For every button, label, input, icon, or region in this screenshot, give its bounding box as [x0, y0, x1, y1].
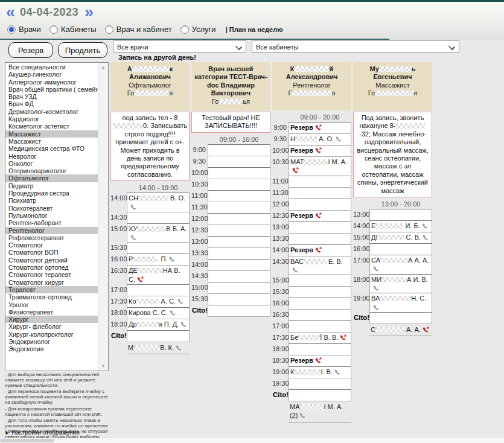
schedule-cell[interactable]	[208, 282, 270, 294]
schedule-cell[interactable]	[208, 190, 270, 202]
specialty-item[interactable]: Стоматолог ортопед	[5, 264, 98, 271]
specialty-item[interactable]: Врач ФД	[5, 100, 98, 107]
specialty-item[interactable]: Процедурная сестра	[5, 190, 98, 197]
specialty-item[interactable]: Рефлексотерапевт	[5, 234, 98, 241]
extend-button[interactable]: Продлить	[58, 42, 107, 58]
schedule-cell[interactable]: ВАС Е. В.	[289, 256, 351, 276]
listbox-scrollbar[interactable]: ▲ ▼	[98, 63, 108, 371]
specialty-item[interactable]: Стоматолог	[5, 241, 98, 249]
reserve-button[interactable]: Резерв	[8, 42, 53, 58]
schedule-cell[interactable]: Резерв	[289, 244, 351, 257]
specialty-item[interactable]: Врач УЗД	[5, 93, 98, 100]
cito-cell[interactable]	[289, 389, 351, 401]
schedule-cell[interactable]: ВАН. С.	[369, 293, 432, 313]
overflow-appointment[interactable]: С А. А.	[369, 324, 432, 336]
schedule-cell[interactable]	[208, 270, 270, 282]
schedule-cell[interactable]	[289, 275, 351, 287]
next-day-button[interactable]: »	[85, 4, 92, 21]
cito-cell[interactable]	[208, 305, 270, 317]
specialty-item[interactable]: Акушер-гинеколог	[5, 71, 98, 78]
specialty-item[interactable]: Стоматолог хирург	[5, 279, 98, 286]
schedule-cell[interactable]	[289, 286, 351, 298]
schedule-cell[interactable]: КІ. В.	[289, 366, 351, 378]
specialty-item[interactable]: Массажист	[5, 138, 98, 145]
specialty-item[interactable]: Пульмонолог	[5, 212, 98, 219]
schedule-cell[interactable]: Р. П.	[127, 253, 190, 266]
schedule-cell[interactable]	[289, 298, 351, 310]
specialty-item[interactable]: Косметолог-эстетист	[5, 123, 98, 130]
schedule-cell[interactable]	[208, 225, 270, 237]
schedule-cell[interactable]	[289, 222, 351, 234]
schedule-cell[interactable]	[289, 176, 351, 188]
schedule-cell[interactable]: Н А. О.	[289, 133, 351, 145]
specialty-item[interactable]: Медицинская сестра ФТО	[5, 145, 98, 152]
schedule-cell[interactable]	[208, 213, 270, 225]
specialty-item[interactable]: Дерматолог-косметолог	[5, 108, 98, 115]
schedule-cell[interactable]	[208, 293, 270, 305]
specialty-item[interactable]: Стоматолог детский	[5, 257, 98, 264]
schedule-cell[interactable]	[289, 320, 351, 333]
schedule-cell[interactable]: СН В. О.	[127, 193, 190, 212]
specialty-item[interactable]: Стоматолог терапевт	[5, 271, 98, 278]
horizontal-scrollbar[interactable]	[0, 438, 504, 443]
specialty-item[interactable]: Кардиолог	[5, 115, 98, 123]
specialty-item[interactable]: Онколог	[5, 160, 98, 167]
specialty-item[interactable]: Оториноларинголог	[5, 167, 98, 174]
schedule-cell[interactable]: Резерв	[289, 355, 351, 367]
cito-cell[interactable]	[127, 330, 190, 342]
mode-option-doctor-and-cabinet[interactable]: Врач и кабинет	[105, 25, 172, 34]
specialty-item[interactable]: Врач общей практики ( семейный	[5, 86, 98, 93]
schedule-cell[interactable]	[208, 259, 270, 271]
specialty-item[interactable]: Эндокринолог	[5, 338, 98, 345]
schedule-cell[interactable]	[127, 242, 190, 254]
specialty-item[interactable]: Психотерапевт	[5, 205, 98, 212]
schedule-cell[interactable]: МИА И. В.	[369, 274, 432, 294]
schedule-cell[interactable]	[208, 202, 270, 214]
specialty-item[interactable]: Аллерголог-иммунолог	[5, 78, 98, 86]
schedule-cell[interactable]	[289, 343, 351, 355]
specialty-item[interactable]: Физиотерапевт	[5, 308, 98, 316]
schedule-cell[interactable]	[208, 236, 270, 248]
schedule-cell[interactable]	[208, 144, 270, 156]
specialty-item[interactable]: Невролог	[5, 153, 98, 160]
specialty-item[interactable]: Массажист	[5, 130, 98, 138]
schedule-cell[interactable]: САА А. А.	[369, 255, 432, 275]
schedule-cell[interactable]	[369, 209, 432, 221]
schedule-cell[interactable]: ХУВ Б. А.	[127, 223, 190, 243]
specialty-item[interactable]: Все специальности	[5, 63, 98, 71]
schedule-cell[interactable]: Кирова С. С.	[127, 307, 190, 319]
schedule-cell[interactable]: ДІ С. В.	[369, 232, 432, 244]
schedule-cell[interactable]: Резерв	[289, 145, 351, 157]
scrollbar-thumb[interactable]	[0, 439, 54, 442]
schedule-cell[interactable]	[208, 156, 270, 168]
schedule-cell[interactable]	[289, 309, 351, 321]
mode-option-doctors[interactable]: Врачи	[7, 25, 41, 34]
schedule-cell[interactable]: Дра П. Д.	[127, 319, 190, 331]
mode-option-services[interactable]: Услуги	[180, 25, 216, 34]
schedule-cell[interactable]: Ко А. С.	[127, 296, 190, 308]
specialty-item[interactable]: Рентгенолог	[5, 227, 98, 234]
scroll-down-icon[interactable]: ▼	[98, 362, 108, 371]
specialty-item[interactable]: Травматолог-ортопед	[5, 293, 98, 301]
doctor-card[interactable]: Кй АлександровичРентгенологГя	[272, 62, 351, 110]
specialty-item[interactable]: Терапевт	[5, 286, 98, 293]
specialty-item[interactable]: Хирург	[5, 316, 98, 323]
specialty-item[interactable]: Стоматолог ВОП	[5, 249, 98, 256]
schedule-cell[interactable]	[289, 233, 351, 245]
display-settings-toggle[interactable]: ►Настройки отображения	[5, 429, 80, 436]
other-day-link[interactable]: Запись на другой день!	[118, 54, 196, 61]
schedule-cell[interactable]	[289, 187, 351, 199]
schedule-cell[interactable]	[127, 284, 190, 296]
doctors-select[interactable]: Все врачи	[113, 40, 246, 53]
overflow-appointment[interactable]: МВ. К.	[127, 342, 190, 354]
doctor-card[interactable]: Ак АлижановичОфтальмологГоя	[110, 62, 190, 110]
specialty-item[interactable]: Офтальмолог	[5, 174, 98, 182]
overflow-appointment[interactable]: МАІ М. А. (2)	[289, 401, 351, 422]
schedule-cell[interactable]: БеЇ В. В.	[289, 332, 351, 344]
schedule-cell[interactable]	[289, 199, 351, 211]
schedule-cell[interactable]	[127, 212, 190, 224]
doctor-card[interactable]: Муь Евгеньевич МассажистГоя	[353, 62, 432, 110]
prev-day-button[interactable]: «	[6, 4, 14, 21]
schedule-cell[interactable]	[289, 378, 351, 390]
cito-cell[interactable]	[369, 312, 432, 324]
